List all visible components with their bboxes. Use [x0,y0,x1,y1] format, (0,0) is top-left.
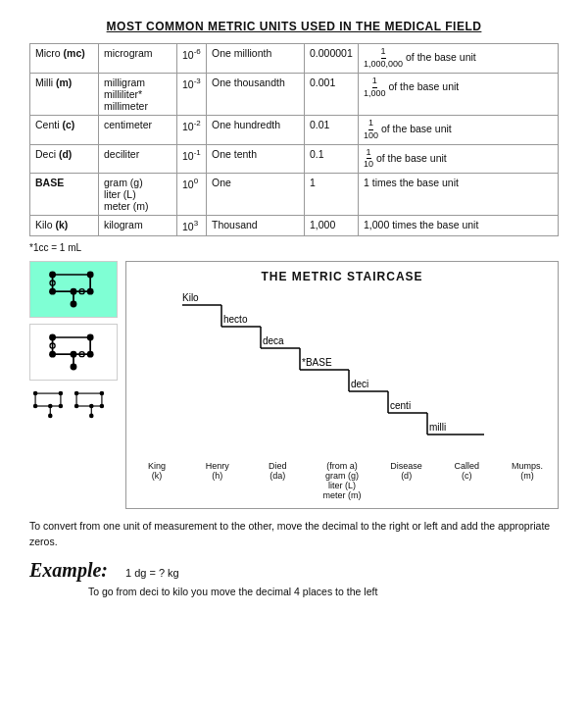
staircase-svg: Kilo hecto deca *BASE deci centi milli [134,287,550,459]
example-problem: 1 dg = ? kg [125,567,179,579]
decimal-cell: 0.1 [305,144,359,174]
decimal-cell: 0.000001 [305,44,359,74]
bottom-label-disease: Disease(d) [386,461,427,500]
metric-table: Micro (mc)microgram10-6One millionth0.00… [29,43,559,236]
svg-text:deca: deca [263,335,284,346]
decimal-cell: 1,000 [305,216,359,236]
unit-cell: microgram [99,44,177,74]
unit-cell: deciliter [99,144,177,174]
decimal-cell: 1 [305,174,359,216]
fraction-cell: 1100 of the base unit [359,115,559,144]
decimal-cell: 0.001 [305,73,359,115]
cc-note: *1cc = 1 mL [29,242,559,253]
page-title: MOST COMMON METRIC UNITS USED IN THE MED… [29,20,559,33]
svg-text:centi: centi [390,400,411,411]
bottom-label-died: Died(da) [257,461,298,500]
unit-cell: kilogram [99,216,177,236]
unit-cell: gram (g) liter (L) meter (m) [99,174,177,216]
fraction-cell: 11,000 of the base unit [359,73,559,115]
staircase-title: THE METRIC STAIRCASE [134,270,550,283]
bottom-label-henry: Henry(h) [197,461,238,500]
svg-text:deci: deci [351,379,368,389]
description-cell: One millionth [207,44,305,74]
prefix-label: BASE [35,177,64,188]
icon-box-1 [29,261,118,318]
staircase-section: THE METRIC STAIRCASE Kilo hecto deca *BA… [29,261,559,509]
circuit-icon-1 [44,265,103,314]
prefix-label: Milli (m) [35,77,72,88]
icon-box-2 [29,324,118,381]
example-section: Example: 1 dg = ? kg To go from deci to … [29,559,559,597]
convert-note: To convert from one unit of measurement … [29,519,559,550]
circuit-icon-4 [71,386,108,426]
prefix-label: Deci (d) [35,148,72,160]
description-cell: One thousandth [207,73,305,115]
svg-text:milli: milli [429,422,446,433]
power-cell: 10-3 [177,73,207,115]
power-cell: 10-6 [177,44,207,74]
icon-box-4 [71,386,108,428]
example-label: Example: [29,559,108,582]
staircase-diagram: THE METRIC STAIRCASE Kilo hecto deca *BA… [125,261,559,509]
fraction-cell: 110 of the base unit [359,144,559,174]
prefix-label: Kilo (k) [35,219,68,230]
icons-column [29,261,118,428]
power-cell: 10-1 [177,144,207,174]
fraction-cell: 1,000 times the base unit [359,216,559,236]
svg-text:Kilo: Kilo [182,292,199,303]
svg-text:*BASE: *BASE [302,357,332,368]
fraction-cell: 11,000,000 of the base unit [359,44,559,74]
decimal-cell: 0.01 [305,115,359,144]
description-cell: One [207,174,305,216]
example-description: To go from deci to kilo you move the dec… [88,586,559,597]
power-cell: 10-2 [177,115,207,144]
unit-cell: milligram milliliter* millimeter [99,73,177,115]
prefix-label: Micro (mc) [35,47,85,59]
description-cell: One tenth [207,144,305,174]
description-cell: Thousand [207,216,305,236]
circuit-icon-2 [44,328,103,377]
power-cell: 100 [177,174,207,216]
prefix-label: Centi (c) [35,119,74,130]
bottom-label-king: King(k) [136,461,177,500]
bottom-label-mumps: Mumps.(m) [507,461,548,500]
bottom-label-froma: (from a)gram (g)liter (L)meter (m) [318,461,367,500]
unit-cell: centimeter [99,115,177,144]
power-cell: 103 [177,216,207,236]
description-cell: One hundredth [207,115,305,144]
fraction-cell: 1 times the base unit [359,174,559,216]
circuit-icon-3 [29,386,67,426]
icon-box-3 [29,386,67,428]
svg-text:hecto: hecto [223,314,248,325]
bottom-label-called: Called(c) [446,461,487,500]
